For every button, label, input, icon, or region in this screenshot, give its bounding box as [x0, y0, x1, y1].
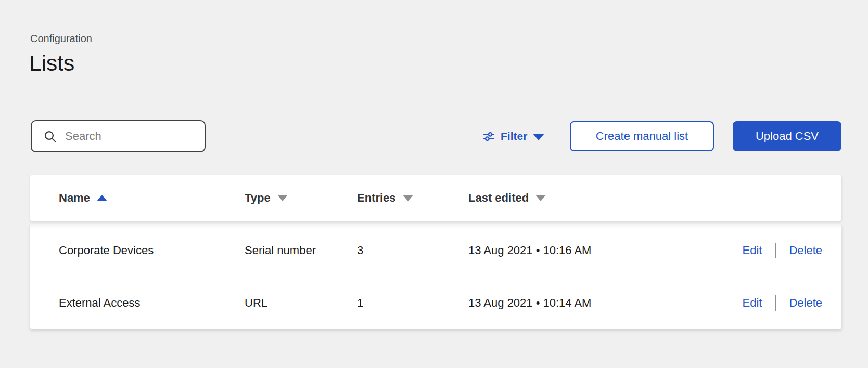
cell-name: Corporate Devices	[59, 224, 154, 277]
action-divider	[775, 243, 776, 258]
sort-down-icon	[403, 195, 413, 201]
search-icon	[43, 129, 57, 143]
column-header-label: Type	[245, 191, 271, 205]
cell-last-edited: 13 Aug 2021 • 10:14 AM	[468, 277, 591, 329]
table-row: External Access URL 1 13 Aug 2021 • 10:1…	[30, 277, 841, 329]
action-divider	[775, 295, 776, 311]
row-actions: Edit Delete	[742, 277, 822, 329]
delete-link[interactable]: Delete	[789, 244, 822, 257]
cell-entries: 3	[357, 224, 363, 277]
column-header-type[interactable]: Type	[245, 175, 288, 221]
column-header-label: Name	[59, 191, 90, 205]
filter-label: Filter	[501, 130, 527, 142]
breadcrumb: Configuration	[30, 33, 92, 45]
search-input[interactable]	[65, 129, 215, 143]
search-box[interactable]	[31, 120, 206, 152]
cell-name: External Access	[59, 277, 141, 329]
chevron-down-icon	[533, 134, 544, 140]
cell-type: Serial number	[245, 224, 316, 277]
column-header-last-edited[interactable]: Last edited	[468, 175, 546, 221]
column-header-entries[interactable]: Entries	[357, 175, 413, 221]
page-title: Lists	[29, 50, 74, 76]
column-header-name[interactable]: Name	[59, 175, 107, 221]
edit-link[interactable]: Edit	[742, 244, 762, 257]
edit-link[interactable]: Edit	[742, 296, 762, 310]
table-header: Name Type Entries Last edited	[30, 175, 841, 221]
filter-sliders-icon	[483, 130, 495, 142]
sort-down-icon	[277, 195, 288, 201]
delete-link[interactable]: Delete	[789, 296, 822, 310]
row-actions: Edit Delete	[742, 224, 822, 277]
column-header-label: Last edited	[468, 191, 529, 205]
filter-button[interactable]: Filter	[483, 127, 544, 146]
sort-ascending-icon	[97, 195, 107, 201]
cell-type: URL	[245, 277, 267, 329]
create-manual-list-button[interactable]: Create manual list	[570, 121, 714, 151]
upload-csv-button[interactable]: Upload CSV	[733, 121, 841, 151]
cell-last-edited: 13 Aug 2021 • 10:16 AM	[468, 224, 591, 277]
column-header-label: Entries	[357, 191, 396, 205]
sort-down-icon	[535, 195, 546, 201]
cell-entries: 1	[357, 277, 363, 329]
table-body: Corporate Devices Serial number 3 13 Aug…	[30, 224, 841, 329]
table-row: Corporate Devices Serial number 3 13 Aug…	[30, 224, 841, 277]
